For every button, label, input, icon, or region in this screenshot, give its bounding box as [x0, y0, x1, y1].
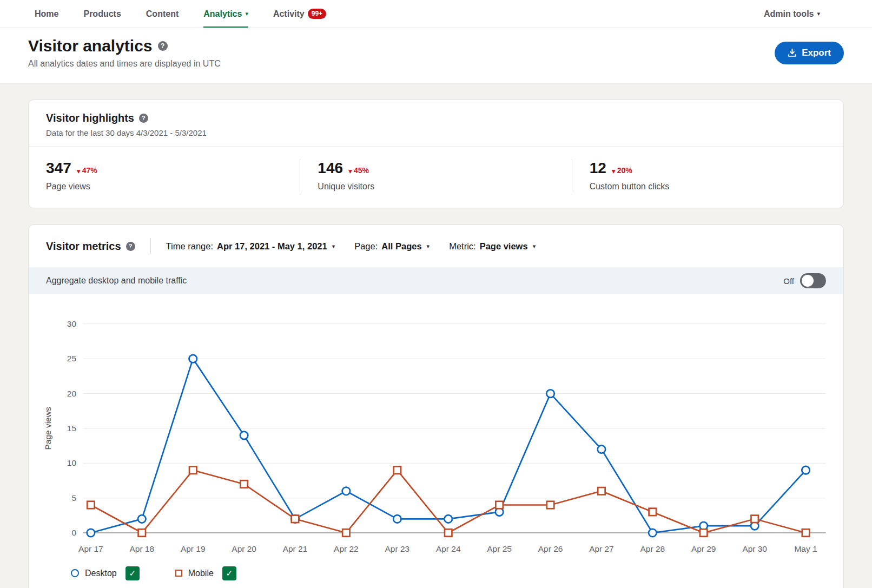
mobile-marker-icon — [175, 570, 182, 577]
help-icon[interactable]: ? — [126, 242, 135, 251]
nav-item-label: Content — [146, 9, 179, 19]
nav-item-analytics[interactable]: Analytics ▾ — [203, 0, 248, 28]
nav-item-label: Analytics — [203, 9, 242, 19]
highlights-header: Visitor highlights ? Data for the last 3… — [29, 100, 843, 147]
svg-text:Apr 30: Apr 30 — [742, 544, 767, 553]
help-icon[interactable]: ? — [139, 114, 148, 123]
nav-item-products[interactable]: Products — [83, 0, 121, 28]
stat-delta-value: 45% — [354, 166, 369, 175]
page-title: Visitor analytics ? — [28, 37, 221, 55]
chart-legend: Desktop ✓ Mobile ✓ — [29, 559, 843, 588]
time-range-dropdown[interactable]: Time range: Apr 17, 2021 - May 1, 2021 ▾ — [166, 241, 335, 252]
stat-delta: ▼ 47% — [77, 166, 97, 175]
metrics-title: Visitor metrics ? — [46, 240, 135, 253]
aggregate-toggle[interactable] — [800, 273, 826, 288]
nav-left-group: Home Products Content Analytics ▾ Activi… — [35, 0, 326, 28]
stat-label: Unique visitors — [318, 182, 554, 191]
svg-text:Apr 17: Apr 17 — [78, 544, 103, 553]
stat-unique-visitors: 146 ▼ 45% Unique visitors — [300, 160, 571, 191]
page-header: Visitor analytics ? All analytics dates … — [0, 28, 872, 83]
stat-delta: ▼ 20% — [612, 166, 632, 175]
nav-item-label: Products — [83, 9, 121, 19]
decline-arrow-icon: ▼ — [612, 169, 616, 174]
desktop-marker-icon — [71, 569, 79, 577]
page-dropdown[interactable]: Page: All Pages ▾ — [354, 241, 430, 252]
decline-arrow-icon: ▼ — [348, 169, 352, 174]
svg-text:Apr 25: Apr 25 — [487, 544, 512, 553]
svg-text:Apr 21: Apr 21 — [283, 544, 308, 553]
page-filter-label: Page: — [354, 241, 378, 252]
highlights-title-text: Visitor highlights — [46, 112, 134, 124]
desktop-checkbox[interactable]: ✓ — [125, 566, 140, 580]
vertical-divider — [150, 238, 151, 254]
admin-tools-menu[interactable]: Admin tools ▾ — [764, 0, 820, 28]
stat-delta: ▼ 45% — [348, 166, 369, 175]
page-subtitle: All analytics dates and times are displa… — [28, 59, 221, 69]
mobile-checkbox[interactable]: ✓ — [222, 566, 236, 580]
svg-text:10: 10 — [67, 458, 76, 467]
check-icon: ✓ — [129, 569, 136, 578]
aggregate-traffic-bar: Aggregate desktop and mobile traffic Off — [29, 267, 843, 294]
caret-down-icon: ▾ — [245, 11, 248, 17]
aggregate-label: Aggregate desktop and mobile traffic — [46, 276, 187, 286]
toggle-knob — [802, 275, 814, 287]
toggle-state-label: Off — [783, 276, 794, 286]
nav-item-label: Activity — [273, 9, 305, 19]
svg-text:Apr 23: Apr 23 — [385, 544, 410, 553]
highlights-stats-row: 347 ▼ 47% Page views 146 ▼ 45% Unique vi… — [29, 147, 843, 208]
nav-item-content[interactable]: Content — [146, 0, 179, 28]
metrics-filters: Time range: Apr 17, 2021 - May 1, 2021 ▾… — [166, 241, 536, 252]
nav-item-home[interactable]: Home — [35, 0, 58, 28]
caret-down-icon: ▾ — [533, 243, 536, 249]
stat-delta-value: 20% — [617, 166, 632, 175]
caret-down-icon: ▾ — [332, 243, 335, 249]
download-icon — [788, 48, 797, 57]
legend-label-desktop: Desktop — [85, 569, 117, 578]
page-header-text: Visitor analytics ? All analytics dates … — [28, 37, 221, 69]
legend-item-mobile[interactable]: Mobile ✓ — [175, 566, 236, 580]
svg-text:25: 25 — [67, 354, 76, 363]
admin-tools-label: Admin tools — [764, 9, 814, 19]
nav-item-label: Home — [35, 9, 58, 19]
stat-custom-button-clicks: 12 ▼ 20% Custom button clicks — [572, 160, 843, 191]
stat-delta-value: 47% — [82, 166, 97, 175]
svg-text:Apr 18: Apr 18 — [129, 544, 154, 553]
svg-text:Apr 29: Apr 29 — [691, 544, 716, 553]
export-button[interactable]: Export — [775, 42, 844, 64]
highlights-title: Visitor highlights ? — [46, 112, 826, 124]
caret-down-icon: ▾ — [817, 11, 820, 17]
svg-text:30: 30 — [67, 319, 76, 328]
svg-text:15: 15 — [67, 424, 76, 433]
stat-value: 146 — [318, 160, 343, 177]
time-range-value: Apr 17, 2021 - May 1, 2021 — [217, 241, 327, 252]
page-filter-value: All Pages — [381, 241, 421, 252]
svg-text:Apr 20: Apr 20 — [232, 544, 256, 553]
svg-text:Apr 26: Apr 26 — [538, 544, 563, 553]
stat-page-views: 347 ▼ 47% Page views — [29, 160, 300, 191]
stat-value: 12 — [590, 160, 606, 177]
stat-label: Custom button clicks — [590, 182, 826, 191]
check-icon: ✓ — [226, 569, 233, 578]
chart-area: 051015202530Page viewsApr 17Apr 18Apr 19… — [29, 294, 843, 559]
activity-badge: 99+ — [308, 9, 326, 19]
visitor-metrics-chart[interactable]: 051015202530Page viewsApr 17Apr 18Apr 19… — [42, 309, 830, 559]
metric-dropdown[interactable]: Metric: Page views ▾ — [449, 241, 536, 252]
nav-right-group: Admin tools ▾ — [764, 0, 820, 28]
svg-text:Apr 24: Apr 24 — [436, 544, 461, 553]
svg-text:Page views: Page views — [43, 407, 52, 450]
svg-text:20: 20 — [67, 389, 76, 398]
metric-filter-value: Page views — [480, 241, 528, 252]
time-range-label: Time range: — [166, 241, 213, 252]
help-icon[interactable]: ? — [158, 41, 168, 51]
svg-text:0: 0 — [71, 528, 76, 537]
page-title-text: Visitor analytics — [28, 37, 153, 55]
stat-value: 347 — [46, 160, 71, 177]
nav-item-activity[interactable]: Activity 99+ — [273, 0, 326, 28]
main-content: Visitor highlights ? Data for the last 3… — [0, 83, 872, 588]
visitor-highlights-card: Visitor highlights ? Data for the last 3… — [28, 100, 844, 208]
export-button-label: Export — [802, 48, 831, 58]
legend-item-desktop[interactable]: Desktop ✓ — [71, 566, 140, 580]
decline-arrow-icon: ▼ — [77, 169, 81, 174]
visitor-metrics-card: Visitor metrics ? Time range: Apr 17, 20… — [28, 224, 844, 588]
svg-text:Apr 28: Apr 28 — [640, 544, 665, 553]
